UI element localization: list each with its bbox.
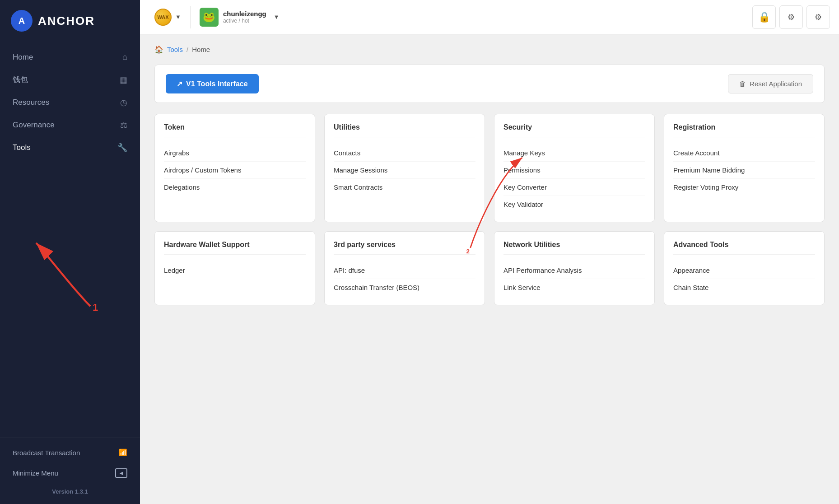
card-item-manage-sessions[interactable]: Manage Sessions [334,162,475,179]
usb-button[interactable]: ⚙ [779,5,803,29]
app-name: ANCHOR [38,14,95,28]
sidebar-bottom: Broadcast Transaction 📶 Minimize Menu ◄ … [0,438,140,504]
card-item-ledger[interactable]: Ledger [164,262,306,279]
v1-tools-label: V1 Tools Interface [186,80,248,88]
card-utilities-title: Utilities [334,123,475,137]
card-token-title: Token [164,123,306,137]
main-content: WAX ▼ 🐸 chunleizengg active / hot ▼ 🔒 ⚙ … [140,0,839,504]
account-details: chunleizengg active / hot [223,10,266,24]
breadcrumb-separator: / [186,46,188,53]
breadcrumb-tools-link[interactable]: Tools [167,46,183,53]
topbar-divider-1 [190,6,191,28]
resources-label: Resources [13,98,49,107]
sidebar-item-wallet[interactable]: 钱包 ▦ [0,68,140,91]
sidebar-item-minimize[interactable]: Minimize Menu ◄ [0,462,140,484]
action-bar: ↗ V1 Tools Interface 🗑 Reset Application [154,65,825,103]
tools-cards-grid: Token Airgrabs Airdrops / Custom Tokens … [154,114,825,305]
sidebar-item-broadcast[interactable]: Broadcast Transaction 📶 [0,443,140,462]
governance-label: Governance [13,121,55,130]
token-coin-icon: WAX [154,9,172,26]
home-breadcrumb-icon: 🏠 [154,45,163,54]
resources-icon: ◷ [120,98,127,107]
token-selector[interactable]: WAX ▼ [149,6,186,28]
usb-icon: ⚙ [788,12,795,22]
card-item-premium-name[interactable]: Premium Name Bidding [673,162,815,179]
card-advanced: Advanced Tools Appearance Chain State [664,231,825,305]
card-item-airdrops[interactable]: Airdrops / Custom Tokens [164,162,306,179]
sidebar-item-resources[interactable]: Resources ◷ [0,91,140,114]
wallet-label: 钱包 [13,75,28,85]
logo-circle: A [11,10,33,32]
card-thirdparty-title: 3rd party services [334,241,475,255]
card-item-appearance[interactable]: Appearance [673,262,815,279]
card-item-link-service[interactable]: Link Service [503,279,645,296]
card-item-permissions[interactable]: Permissions [503,162,645,179]
account-avatar: 🐸 [200,8,219,27]
card-item-delegations[interactable]: Delegations [164,179,306,196]
topbar: WAX ▼ 🐸 chunleizengg active / hot ▼ 🔒 ⚙ … [140,0,839,34]
card-hardware-title: Hardware Wallet Support [164,241,306,255]
tools-icon: 🔧 [117,143,127,153]
card-item-crosschain[interactable]: Crosschain Transfer (BEOS) [334,279,475,296]
external-link-icon: ↗ [177,79,182,88]
card-hardware: Hardware Wallet Support Ledger [154,231,315,305]
account-name: chunleizengg [223,10,266,18]
account-selector[interactable]: 🐸 chunleizengg active / hot ▼ [194,5,285,29]
card-advanced-title: Advanced Tools [673,241,815,255]
card-item-key-converter[interactable]: Key Converter [503,179,645,196]
sidebar-item-home[interactable]: Home ⌂ [0,46,140,68]
v1-tools-button[interactable]: ↗ V1 Tools Interface [166,74,259,93]
card-network: Network Utilities API Performance Analys… [494,231,655,305]
card-item-api-performance[interactable]: API Performance Analysis [503,262,645,279]
reset-application-button[interactable]: 🗑 Reset Application [728,74,813,93]
content-area: 🏠 Tools / Home ↗ V1 Tools Interface 🗑 Re… [140,34,839,504]
card-registration-title: Registration [673,123,815,137]
card-thirdparty: 3rd party services API: dfuse Crosschain… [324,231,485,305]
card-security-title: Security [503,123,645,137]
wifi-icon: 📶 [119,448,127,457]
card-item-dfuse[interactable]: API: dfuse [334,262,475,279]
card-item-key-validator[interactable]: Key Validator [503,196,645,213]
version-text: Version 1.3.1 [0,484,140,499]
home-label: Home [13,53,33,62]
app-logo: A ANCHOR [0,0,140,42]
governance-icon: ⚖ [120,120,127,130]
sidebar-item-tools[interactable]: Tools 🔧 [0,136,140,159]
gear-button[interactable]: ⚙ [806,5,830,29]
card-token: Token Airgrabs Airdrops / Custom Tokens … [154,114,315,222]
logo-letter: A [19,16,25,26]
sidebar-nav: Home ⌂ 钱包 ▦ Resources ◷ Governance ⚖ Too… [0,42,140,438]
account-status: active / hot [223,18,266,24]
lock-icon: 🔒 [758,11,770,23]
card-utilities: Utilities Contacts Manage Sessions Smart… [324,114,485,222]
token-dropdown-arrow: ▼ [175,14,181,20]
home-icon: ⌂ [122,52,127,62]
minimize-icon: ◄ [115,468,127,478]
tools-label: Tools [13,143,31,152]
trash-icon: 🗑 [739,80,746,88]
card-network-title: Network Utilities [503,241,645,255]
card-item-register-voting[interactable]: Register Voting Proxy [673,179,815,196]
breadcrumb-current: Home [192,46,210,53]
card-security: Security Manage Keys Permissions Key Con… [494,114,655,222]
card-item-airgrabs[interactable]: Airgrabs [164,145,306,162]
card-item-chain-state[interactable]: Chain State [673,279,815,296]
card-item-create-account[interactable]: Create Account [673,145,815,162]
wallet-icon: ▦ [120,75,127,85]
card-item-smart-contracts[interactable]: Smart Contracts [334,179,475,196]
lock-button[interactable]: 🔒 [752,5,776,29]
broadcast-label: Broadcast Transaction [13,449,80,457]
card-item-contacts[interactable]: Contacts [334,145,475,162]
reset-label: Reset Application [750,80,802,88]
sidebar: A ANCHOR Home ⌂ 钱包 ▦ Resources ◷ Governa… [0,0,140,504]
card-item-manage-keys[interactable]: Manage Keys [503,145,645,162]
breadcrumb: 🏠 Tools / Home [154,45,825,54]
gear-icon: ⚙ [815,12,822,22]
sidebar-item-governance[interactable]: Governance ⚖ [0,114,140,136]
account-dropdown-arrow: ▼ [274,14,280,20]
minimize-label: Minimize Menu [13,469,58,477]
card-registration: Registration Create Account Premium Name… [664,114,825,222]
